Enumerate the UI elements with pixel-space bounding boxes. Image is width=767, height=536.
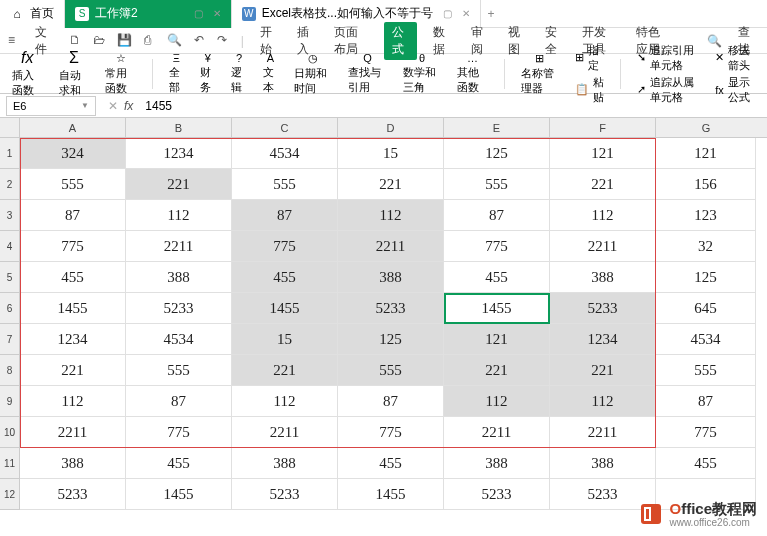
cell[interactable]: 5233 (550, 293, 656, 324)
cell[interactable]: 455 (126, 448, 232, 479)
row-header[interactable]: 6 (0, 293, 20, 324)
tool-datetime[interactable]: ◷日期和时间 (290, 52, 336, 96)
col-header-E[interactable]: E (444, 118, 550, 137)
cell[interactable]: 4534 (126, 324, 232, 355)
cell[interactable]: 125 (338, 324, 444, 355)
cell[interactable]: 221 (338, 169, 444, 200)
tool-finance[interactable]: ¥财务 (196, 52, 219, 95)
cell[interactable]: 775 (20, 231, 126, 262)
menu-icon[interactable]: ≡ (8, 33, 19, 49)
cell[interactable]: 87 (338, 386, 444, 417)
formula-input[interactable]: 1455 (139, 99, 767, 113)
restore-icon[interactable]: ▢ (443, 8, 452, 19)
cell[interactable]: 15 (338, 138, 444, 169)
col-header-D[interactable]: D (338, 118, 444, 137)
cell[interactable]: 455 (232, 262, 338, 293)
close-icon[interactable]: ✕ (213, 8, 221, 19)
tool-other[interactable]: …其他函数 (453, 52, 492, 95)
cell[interactable]: 112 (338, 200, 444, 231)
close-icon[interactable]: ✕ (462, 8, 470, 19)
col-header-C[interactable]: C (232, 118, 338, 137)
cell[interactable]: 1455 (232, 293, 338, 324)
cell[interactable]: 1455 (20, 293, 126, 324)
print-icon[interactable]: ⎙ (144, 33, 155, 49)
cell[interactable]: 1234 (126, 138, 232, 169)
name-box[interactable]: E6▼ (6, 96, 96, 116)
tool-define[interactable]: ⊞指定 (575, 43, 604, 73)
cell[interactable]: 775 (656, 417, 756, 448)
col-header-A[interactable]: A (20, 118, 126, 137)
cell[interactable]: 221 (444, 355, 550, 386)
cell[interactable]: 645 (656, 293, 756, 324)
cell[interactable]: 87 (444, 200, 550, 231)
row-header[interactable]: 7 (0, 324, 20, 355)
cell[interactable]: 121 (656, 138, 756, 169)
tab-workbook[interactable]: S工作簿2▢✕ (65, 0, 232, 28)
col-header-B[interactable]: B (126, 118, 232, 137)
cell[interactable]: 125 (444, 138, 550, 169)
tool-all[interactable]: Ξ全部 (165, 52, 188, 95)
cell[interactable]: 87 (126, 386, 232, 417)
row-header[interactable]: 2 (0, 169, 20, 200)
cell[interactable]: 555 (126, 355, 232, 386)
cell[interactable]: 388 (126, 262, 232, 293)
tool-lookup[interactable]: Q查找与引用 (344, 52, 390, 95)
cell[interactable]: 5233 (20, 479, 126, 510)
cell[interactable]: 121 (550, 138, 656, 169)
cell[interactable]: 1455 (126, 479, 232, 510)
cell[interactable]: 775 (126, 417, 232, 448)
row-header[interactable]: 12 (0, 479, 20, 510)
tool-text[interactable]: A文本 (259, 52, 282, 95)
tool-remove-arrow[interactable]: ✕移去箭头 (715, 43, 755, 73)
row-header[interactable]: 5 (0, 262, 20, 293)
cell[interactable]: 221 (20, 355, 126, 386)
tool-trace-ref[interactable]: ➘追踪引用单元格 (637, 43, 700, 73)
tool-math[interactable]: θ数学和三角 (399, 52, 445, 95)
cell[interactable]: 2211 (550, 417, 656, 448)
cell[interactable]: 775 (232, 231, 338, 262)
cell[interactable]: 32 (656, 231, 756, 262)
cell[interactable]: 555 (444, 169, 550, 200)
col-header-G[interactable]: G (656, 118, 756, 137)
cell[interactable]: 15 (232, 324, 338, 355)
cell[interactable]: 112 (550, 200, 656, 231)
tool-autosum[interactable]: Σ自动求和 (55, 49, 94, 98)
row-header[interactable]: 1 (0, 138, 20, 169)
cell[interactable]: 221 (126, 169, 232, 200)
redo-icon[interactable]: ↷ (217, 33, 228, 49)
undo-icon[interactable]: ↶ (194, 33, 205, 49)
cell[interactable]: 221 (550, 169, 656, 200)
cell[interactable]: 775 (444, 231, 550, 262)
cell[interactable]: 87 (656, 386, 756, 417)
cell[interactable]: 125 (656, 262, 756, 293)
tool-name-mgr[interactable]: ⊞名称管理器 (517, 52, 563, 96)
cell[interactable]: 221 (550, 355, 656, 386)
cell[interactable]: 87 (232, 200, 338, 231)
cell[interactable]: 1455 (338, 479, 444, 510)
cell[interactable]: 4534 (656, 324, 756, 355)
cell[interactable]: 2211 (126, 231, 232, 262)
chevron-down-icon[interactable]: ▼ (81, 101, 89, 110)
cell[interactable]: 1455 (444, 293, 550, 324)
cell[interactable]: 555 (656, 355, 756, 386)
cell[interactable]: 455 (338, 448, 444, 479)
select-all-corner[interactable] (0, 118, 20, 137)
cell[interactable]: 87 (20, 200, 126, 231)
cell[interactable]: 112 (550, 386, 656, 417)
cell[interactable]: 388 (20, 448, 126, 479)
cell[interactable]: 388 (232, 448, 338, 479)
row-header[interactable]: 4 (0, 231, 20, 262)
cell[interactable]: 388 (338, 262, 444, 293)
cell[interactable]: 455 (444, 262, 550, 293)
open-icon[interactable]: 🗁 (93, 33, 105, 49)
cell[interactable]: 121 (444, 324, 550, 355)
new-icon[interactable]: 🗋 (69, 33, 81, 49)
row-header[interactable]: 11 (0, 448, 20, 479)
cell[interactable]: 2211 (444, 417, 550, 448)
cell[interactable]: 2211 (232, 417, 338, 448)
cell[interactable]: 1234 (550, 324, 656, 355)
cell[interactable]: 388 (444, 448, 550, 479)
cell[interactable]: 555 (20, 169, 126, 200)
col-header-F[interactable]: F (550, 118, 656, 137)
preview-icon[interactable]: 🔍 (167, 33, 182, 49)
